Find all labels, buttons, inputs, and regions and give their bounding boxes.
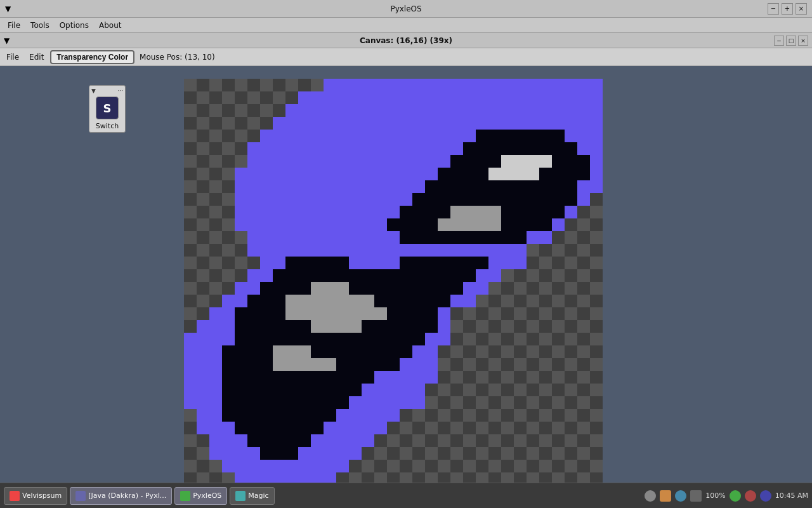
- sys-tray-time: 10:45 AM: [775, 491, 808, 500]
- canvas-title: Canvas: (16,16) (39x): [360, 36, 452, 45]
- taskbar: Velvispsum [Java (Dakkra) - Pyxl... Pyxl…: [0, 483, 812, 508]
- taskbar-right: 100% 10:45 AM: [645, 490, 808, 502]
- sys-tray-sound-icon: [675, 490, 686, 502]
- sys-tray-security-icon: [745, 490, 756, 502]
- app-title: PyxleOS: [390, 4, 421, 13]
- sys-tray-network-icon: [730, 490, 741, 502]
- sys-tray-battery-percent: 100%: [705, 491, 725, 500]
- menu-tools[interactable]: Tools: [25, 20, 55, 31]
- canvas-title-left: ▼: [4, 36, 10, 45]
- canvas-edit-menu[interactable]: Edit: [25, 51, 48, 63]
- switch-tool-label: Switch: [96, 122, 119, 130]
- taskbar-java[interactable]: [Java (Dakkra) - Pyxl...: [70, 487, 172, 505]
- mouse-position: Mouse Pos: (13, 10): [140, 53, 215, 62]
- taskbar-velvispsum-icon: [10, 491, 20, 501]
- switch-tool-icon[interactable]: S: [96, 97, 119, 119]
- canvas-toolbar: File Edit Transparency Color Mouse Pos: …: [0, 48, 812, 66]
- taskbar-pyxleos[interactable]: PyxleOS: [174, 487, 227, 505]
- sys-tray-edit-icon: [660, 490, 671, 502]
- title-bar: ▼ PyxleOS − + ×: [0, 0, 812, 18]
- sys-tray-battery-icon: [690, 490, 702, 502]
- menu-file[interactable]: File: [3, 20, 25, 31]
- canvas-area: ▼ ··· S Switch: [0, 66, 812, 483]
- taskbar-velvispsum-label: Velvispsum: [22, 491, 62, 500]
- menu-options[interactable]: Options: [55, 20, 94, 31]
- canvas-minimize-button[interactable]: −: [774, 36, 784, 46]
- menu-bar: File Tools Options About: [0, 18, 812, 33]
- menu-about[interactable]: About: [94, 20, 126, 31]
- taskbar-pyxleos-icon: [180, 491, 190, 501]
- taskbar-magic[interactable]: Magic: [230, 487, 274, 505]
- canvas-title-bar: ▼ Canvas: (16,16) (39x) − □ ×: [0, 33, 812, 48]
- transparency-color-button[interactable]: Transparency Color: [50, 50, 134, 64]
- canvas-maximize-button[interactable]: □: [786, 36, 796, 46]
- canvas-file-menu[interactable]: File: [3, 51, 23, 63]
- minimize-button[interactable]: −: [768, 3, 779, 15]
- taskbar-pyxleos-label: PyxleOS: [193, 491, 221, 500]
- close-button[interactable]: ×: [796, 3, 807, 15]
- tool-widget-dropdown-icon[interactable]: ▼: [91, 88, 96, 94]
- canvas-close-button[interactable]: ×: [798, 36, 808, 46]
- taskbar-velvispsum[interactable]: Velvispsum: [4, 487, 67, 505]
- pixel-canvas[interactable]: [184, 79, 603, 498]
- sys-tray-user-icon: [645, 490, 656, 502]
- tool-widget-dots-icon: ···: [117, 88, 123, 94]
- switch-tool-letter: S: [103, 102, 112, 115]
- title-bar-left: ▼: [5, 4, 11, 13]
- canvas-title-controls: − □ ×: [774, 36, 808, 46]
- tool-widget-header: ▼ ···: [91, 88, 123, 94]
- title-dropdown-icon[interactable]: ▼: [5, 4, 11, 13]
- switch-tool-widget: ▼ ··· S Switch: [89, 85, 126, 133]
- taskbar-magic-icon: [235, 491, 246, 501]
- tool-panel: ▼ ··· S Switch: [89, 85, 127, 133]
- canvas-dropdown-icon[interactable]: ▼: [4, 36, 10, 45]
- pixel-canvas-container[interactable]: [184, 79, 603, 498]
- maximize-button[interactable]: +: [782, 3, 793, 15]
- title-bar-controls: − + ×: [768, 3, 807, 15]
- taskbar-java-label: [Java (Dakkra) - Pyxl...: [88, 491, 166, 500]
- taskbar-java-icon: [75, 491, 86, 501]
- taskbar-magic-label: Magic: [248, 491, 268, 500]
- canvas-window: ▼ Canvas: (16,16) (39x) − □ × File Edit …: [0, 33, 812, 483]
- sys-tray: 100% 10:45 AM: [645, 490, 808, 502]
- sys-tray-browser-icon: [760, 490, 771, 502]
